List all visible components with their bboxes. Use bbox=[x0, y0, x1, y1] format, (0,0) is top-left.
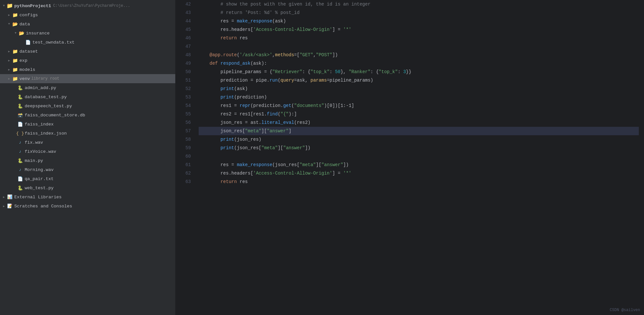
code-line-54: res1 = repr(prediction.get("documents")[… bbox=[199, 101, 639, 110]
tree-arrow-dataset bbox=[6, 50, 12, 53]
tree-arrow-external bbox=[1, 195, 6, 199]
line-number-50: 50 bbox=[178, 68, 191, 76]
sidebar-item-venv[interactable]: 📁 venv library root bbox=[0, 74, 175, 83]
sidebar-label-faiss-db: faiss_document_store.db bbox=[25, 113, 85, 118]
code-line-59: print(json_res["meta"]["answer"]) bbox=[199, 144, 639, 152]
py-file-icon-1: 🐍 bbox=[17, 85, 23, 91]
sidebar-item-models[interactable]: 📁 models bbox=[0, 65, 175, 74]
sidebar-label-test-owndata: test_owndata.txt bbox=[32, 40, 75, 45]
wav-file-icon-3: ♪ bbox=[17, 167, 23, 172]
code-line-62: res.headers['Access-Control-Allow-Origin… bbox=[199, 169, 639, 177]
json-file-icon: { } bbox=[17, 131, 23, 136]
code-line-50: pipeline_params = {"Retriever": {"top_k"… bbox=[199, 68, 639, 76]
sidebar-item-faiss-json[interactable]: { } faiss_index.json bbox=[0, 129, 175, 138]
folder-open-icon: 📂 bbox=[12, 21, 18, 27]
sidebar-label-insurance: insurance bbox=[26, 31, 50, 36]
sidebar-item-faiss-db[interactable]: 🗃️ faiss_document_store.db bbox=[0, 111, 175, 120]
sidebar-item-database-test[interactable]: 🐍 database_test.py bbox=[0, 92, 175, 101]
folder-icon-3: 📁 bbox=[12, 49, 18, 54]
scratches-icon: 📝 bbox=[6, 203, 13, 209]
line-number-53: 53 bbox=[178, 93, 191, 101]
line-number-61: 61 bbox=[178, 161, 191, 169]
db-file-icon: 🗃️ bbox=[17, 112, 23, 118]
sidebar-item-external-libs[interactable]: 📊 External Libraries bbox=[0, 192, 175, 202]
code-line-48: @app.route('/ask/<ask>',methods=["GET","… bbox=[199, 51, 639, 59]
file-tree[interactable]: 📁 pythonProject1 C:\Users\ZhuYufan\Pycha… bbox=[0, 0, 175, 315]
sidebar-label-models: models bbox=[19, 67, 35, 72]
code-line-57: json_res["meta"]["answer"] bbox=[199, 127, 639, 135]
wav-file-icon-2: ♪ bbox=[17, 149, 23, 154]
code-line-55: res2 = res1[res1.find("{"):] bbox=[199, 110, 639, 118]
code-line-44: res = make_response(ask) bbox=[199, 17, 639, 25]
sidebar-label-external-libs: External Libraries bbox=[14, 195, 62, 200]
folder-icon-4: 📁 bbox=[12, 58, 18, 63]
sidebar-item-test-owndata[interactable]: 📄 test_owndata.txt bbox=[0, 38, 175, 47]
code-line-43: # return 'Post: %d' % post_id bbox=[199, 8, 639, 17]
sidebar-item-insurance[interactable]: 📂 insurance bbox=[0, 29, 175, 38]
line-number-47: 47 bbox=[178, 42, 191, 51]
code-area[interactable]: # show the post with the given id, the i… bbox=[193, 0, 644, 315]
index-file-icon: 📄 bbox=[17, 122, 23, 127]
code-line-46: return res bbox=[199, 34, 639, 42]
sidebar-item-fixvoice-wav[interactable]: ♪ fixVoice.wav bbox=[0, 147, 175, 156]
sidebar-label-venv: venv bbox=[19, 76, 30, 81]
sidebar-label-database-test: database_test.py bbox=[25, 95, 67, 99]
folder-open-icon-2: 📂 bbox=[18, 31, 25, 36]
sidebar-label-fix-wav: fix.wav bbox=[25, 140, 43, 145]
tree-arrow-scratches bbox=[1, 204, 6, 208]
tree-arrow-exp bbox=[6, 59, 12, 62]
sidebar-item-web-test[interactable]: 🐍 web_test.py bbox=[0, 183, 175, 192]
txt-file-icon-2: 📄 bbox=[17, 176, 23, 182]
sidebar-label-dataset: dataset bbox=[19, 49, 38, 54]
sidebar-item-qa-pair[interactable]: 📄 qa_pair.txt bbox=[0, 174, 175, 183]
sidebar-item-main-py[interactable]: 🐍 main.py bbox=[0, 156, 175, 165]
line-number-46: ◆46 bbox=[178, 34, 191, 42]
code-line-47 bbox=[199, 42, 639, 51]
sidebar-label-admin-add: admin_add.py bbox=[25, 85, 56, 90]
code-line-61: res = make_response(json_res["meta"]["an… bbox=[199, 161, 639, 169]
sidebar-item-dataset[interactable]: 📁 dataset bbox=[0, 47, 175, 56]
sidebar-item-morning-wav[interactable]: ♪ Morning.wav bbox=[0, 165, 175, 174]
folder-icon: 📁 bbox=[12, 12, 18, 18]
project-path: C:\Users\ZhuYufan\PycharmProje... bbox=[53, 4, 130, 8]
sidebar-item-faiss-index[interactable]: 📄 faiss_index bbox=[0, 120, 175, 129]
tree-arrow-configs bbox=[6, 13, 12, 17]
py-file-icon-2: 🐍 bbox=[17, 94, 23, 100]
txt-file-icon: 📄 bbox=[25, 40, 31, 45]
line-number-58: 58 bbox=[178, 135, 191, 144]
sidebar-item-admin-add[interactable]: 🐍 admin_add.py bbox=[0, 83, 175, 92]
sidebar-item-scratches[interactable]: 📝 Scratches and Consoles bbox=[0, 202, 175, 211]
sidebar-label-data: data bbox=[19, 22, 30, 27]
sidebar-label-configs: configs bbox=[19, 13, 38, 18]
code-line-45: res.headers['Access-Control-Allow-Origin… bbox=[199, 25, 639, 34]
sidebar-label-fixvoice-wav: fixVoice.wav bbox=[25, 149, 56, 154]
folder-icon-5: 📁 bbox=[12, 67, 18, 72]
sidebar-label-deepspeech-test: deepspeech_test.py bbox=[25, 104, 72, 109]
sidebar-item-exp[interactable]: 📁 exp bbox=[0, 56, 175, 65]
line-numbers: 42◆434445◆464748◆49505152535455565758596… bbox=[175, 0, 193, 315]
code-line-52: print(ask) bbox=[199, 85, 639, 93]
line-number-62: 62 bbox=[178, 169, 191, 177]
tree-arrow-models bbox=[6, 68, 12, 72]
line-number-45: 45 bbox=[178, 25, 191, 34]
sidebar-item-fix-wav[interactable]: ♪ fix.wav bbox=[0, 138, 175, 147]
line-number-48: 48 bbox=[178, 51, 191, 59]
sidebar-item-configs[interactable]: 📁 configs bbox=[0, 10, 175, 20]
sidebar-label-scratches: Scratches and Consoles bbox=[14, 204, 72, 209]
tree-arrow-data bbox=[6, 22, 12, 26]
code-line-63: return res bbox=[199, 177, 639, 186]
sidebar-item-data[interactable]: 📂 data bbox=[0, 20, 175, 29]
project-name: pythonProject1 bbox=[14, 4, 51, 8]
py-file-icon-4: 🐍 bbox=[17, 158, 23, 164]
library-root-label: library root bbox=[31, 76, 59, 81]
code-line-53: print(prediction) bbox=[199, 93, 639, 101]
sidebar-label-exp: exp bbox=[19, 58, 27, 63]
sidebar-label-morning-wav: Morning.wav bbox=[25, 167, 54, 172]
watermark: CSDN @sailven bbox=[610, 308, 640, 312]
sidebar-item-root[interactable]: 📁 pythonProject1 C:\Users\ZhuYufan\Pycha… bbox=[0, 1, 175, 10]
line-number-54: 54 bbox=[178, 101, 191, 110]
line-number-59: 59 bbox=[178, 144, 191, 152]
code-editor[interactable]: 42◆434445◆464748◆49505152535455565758596… bbox=[175, 0, 644, 315]
sidebar-item-deepspeech-test[interactable]: 🐍 deepspeech_test.py bbox=[0, 101, 175, 111]
line-number-52: 52 bbox=[178, 85, 191, 93]
